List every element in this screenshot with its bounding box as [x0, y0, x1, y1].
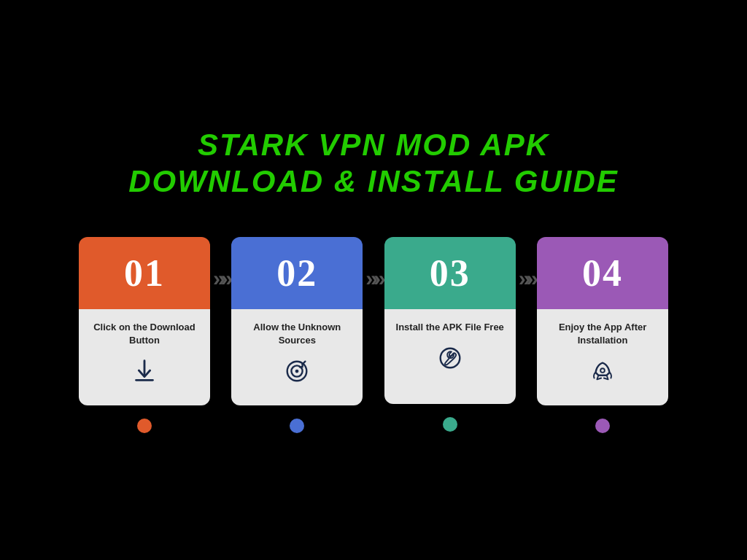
step-card-1: 01 Click on the Download Button [79, 237, 210, 433]
arrow-2: »» [363, 266, 384, 291]
step-card-2: 02 Allow the Unknown Sources [231, 237, 363, 433]
svg-point-4 [600, 368, 605, 373]
step1-dot [137, 419, 152, 433]
target-icon [283, 357, 311, 391]
step-wrapper-1: 01 Click on the Download Button [79, 237, 231, 433]
main-container: STARK VPN MOD APK DOWNLOAD & INSTALL GUI… [0, 98, 747, 462]
step2-top: 02 [231, 237, 363, 309]
title-line1: STARK VPN MOD APK [128, 127, 619, 163]
step1-bottom: Click on the Download Button [79, 309, 210, 405]
rocket-icon [589, 357, 616, 391]
steps-row: 01 Click on the Download Button [44, 237, 703, 433]
step3-top: 03 [384, 237, 516, 309]
download-icon [131, 357, 158, 391]
step4-number: 04 [582, 252, 623, 295]
step-card-4: 04 Enjoy the App After Installation [537, 237, 668, 433]
step2-bottom: Allow the Unknown Sources [231, 309, 363, 405]
step4-bottom: Enjoy the App After Installation [537, 309, 668, 405]
step4-dot [595, 419, 610, 433]
step1-label: Click on the Download Button [88, 321, 201, 347]
step-wrapper-3: 03 Install the APK File Free »» [384, 237, 537, 432]
svg-point-2 [295, 370, 299, 373]
arrow-1: »» [210, 266, 231, 291]
step3-bottom: Install the APK File Free [384, 309, 516, 404]
step2-number: 02 [276, 252, 317, 295]
step2-dot [290, 419, 304, 433]
wrench-icon [436, 344, 464, 378]
page-title: STARK VPN MOD APK DOWNLOAD & INSTALL GUI… [128, 127, 619, 201]
step-card-3: 03 Install the APK File Free [384, 237, 516, 432]
step2-label: Allow the Unknown Sources [240, 321, 354, 347]
title-line2: DOWNLOAD & INSTALL GUIDE [128, 163, 619, 200]
step4-top: 04 [537, 237, 668, 309]
step1-top: 01 [79, 237, 210, 309]
step4-label: Enjoy the App After Installation [546, 321, 659, 347]
step-wrapper-4: 04 Enjoy the App After Installation [537, 237, 668, 433]
step3-dot [443, 417, 457, 432]
step-wrapper-2: 02 Allow the Unknown Sources [231, 237, 384, 433]
step1-number: 01 [124, 252, 165, 295]
arrow-3: »» [516, 266, 537, 291]
step3-number: 03 [430, 252, 471, 295]
step3-label: Install the APK File Free [396, 321, 504, 334]
